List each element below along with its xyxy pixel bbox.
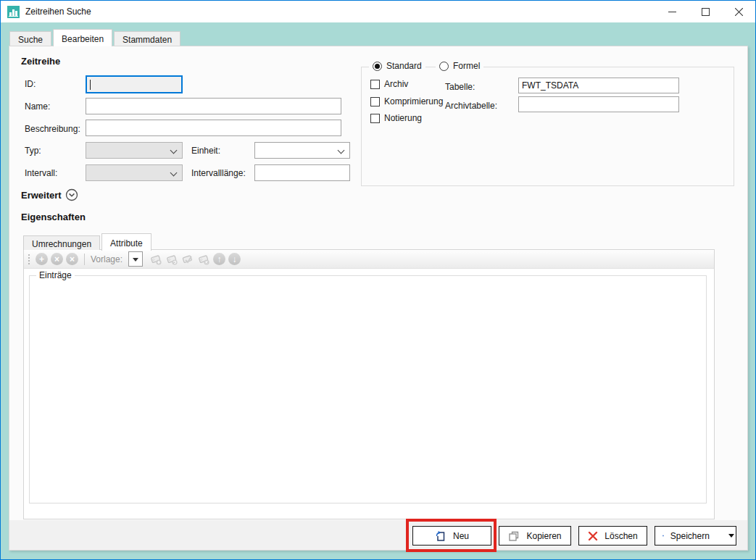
einheit-label: Einheit: <box>191 146 220 156</box>
chevron-down-icon <box>170 147 178 154</box>
beschreibung-label: Beschreibung: <box>25 124 80 134</box>
checkbox-archiv-icon <box>370 80 380 89</box>
minimize-button[interactable] <box>655 1 689 22</box>
speichern-button[interactable]: Speichern <box>655 526 736 546</box>
vorlage-apply-icon[interactable] <box>181 253 194 266</box>
vorlage-refresh-icon[interactable] <box>165 253 178 266</box>
maximize-icon <box>702 8 710 16</box>
window-title: Zeitreihen Suche <box>25 7 91 17</box>
id-input[interactable] <box>86 75 183 93</box>
eigenschaften-tab-strip: Umrechnungen Attribute <box>23 232 153 250</box>
arrow-down-icon: ↓ <box>233 255 237 264</box>
vorlage-add-icon[interactable] <box>149 253 162 266</box>
add-entry-button[interactable]: + <box>36 253 48 265</box>
id-label: ID: <box>25 79 36 89</box>
eigenschaften-section-title: Eigenschaften <box>21 212 86 222</box>
intervalllaenge-label: Intervalllänge: <box>191 168 246 178</box>
mode-groupbox: Standard Formel Archiv Komprimierung Not… <box>361 67 734 186</box>
main-tab-strip: Suche Bearbeiten Stammdaten <box>9 23 182 46</box>
neu-button[interactable]: Neu <box>412 526 491 546</box>
chevron-down-icon <box>133 258 138 262</box>
tab-bearbeiten[interactable]: Bearbeiten <box>53 29 112 46</box>
title-bar: Zeitreihen Suche <box>1 1 755 22</box>
checkbox-notierung-icon <box>370 114 380 123</box>
typ-dropdown[interactable] <box>86 142 183 159</box>
maximize-button[interactable] <box>689 1 722 22</box>
kopieren-button[interactable]: Kopieren <box>499 526 571 546</box>
eintraege-label: Einträge <box>36 270 75 280</box>
loeschen-button[interactable]: Löschen <box>578 526 647 546</box>
expand-chevron-icon[interactable] <box>65 188 78 201</box>
archivtabelle-label: Archivtabelle: <box>445 101 497 111</box>
vorlage-remove-icon[interactable] <box>197 253 210 266</box>
radio-standard-icon <box>373 62 382 71</box>
tabelle-input[interactable] <box>518 78 679 93</box>
radio-formel[interactable]: Formel <box>436 61 483 71</box>
close-button[interactable] <box>722 1 755 22</box>
checkbox-komprimierung-icon <box>370 97 380 106</box>
typ-label: Typ: <box>25 146 41 156</box>
zeitreihe-section-title: Zeitreihe <box>21 56 60 67</box>
name-input[interactable] <box>86 98 341 114</box>
zeitreihen-suche-window: Zeitreihen Suche Suche Bearbeiten Stammd… <box>0 0 756 560</box>
attribute-page: + × × Vorlage: ↑ ↓ <box>23 249 715 519</box>
attribute-page-body: Einträge <box>24 269 714 519</box>
arrow-up-icon: ↑ <box>217 255 222 264</box>
plus-icon: + <box>39 255 44 264</box>
toolbar-grip-handle[interactable] <box>28 254 31 265</box>
chevron-down-icon <box>170 170 178 177</box>
chevron-down-icon <box>338 147 345 154</box>
app-chart-icon <box>7 6 20 18</box>
eintraege-groupbox[interactable]: Einträge <box>29 275 707 503</box>
beschreibung-input[interactable] <box>86 120 341 136</box>
archivtabelle-input[interactable] <box>518 96 679 112</box>
intervall-dropdown[interactable] <box>86 164 183 181</box>
save-dropdown-arrow-icon[interactable] <box>728 534 734 538</box>
tab-umrechnungen[interactable]: Umrechnungen <box>23 235 100 250</box>
tab-stammdaten[interactable]: Stammdaten <box>114 31 180 46</box>
intervalllaenge-input[interactable] <box>254 164 350 181</box>
tabelle-label: Tabelle: <box>445 82 475 92</box>
new-page-icon <box>435 530 446 542</box>
vorlage-dropdown[interactable] <box>128 251 143 267</box>
remove-all-entries-button[interactable]: × <box>66 253 78 265</box>
move-up-button[interactable]: ↑ <box>213 253 225 265</box>
checkbox-notierung[interactable]: Notierung <box>370 113 422 123</box>
bearbeiten-panel: Zeitreihe ID: Name: Beschreibung: Typ: E… <box>9 46 748 551</box>
minimize-icon <box>668 8 676 16</box>
toolbar-separator <box>84 254 85 265</box>
erweitert-label: Erweitert <box>21 190 62 201</box>
checkbox-archiv[interactable]: Archiv <box>370 79 408 89</box>
tab-suche[interactable]: Suche <box>9 31 51 46</box>
tab-attribute[interactable]: Attribute <box>101 233 151 251</box>
remove-entry-button[interactable]: × <box>51 253 63 265</box>
cross-icon: × <box>54 255 59 264</box>
intervall-label: Intervall: <box>25 168 57 178</box>
text-caret <box>90 80 91 90</box>
checkbox-komprimierung[interactable]: Komprimierung <box>370 96 443 106</box>
radio-formel-icon <box>439 62 449 71</box>
vorlage-label: Vorlage: <box>91 254 122 264</box>
erweitert-expander[interactable]: Erweitert <box>21 188 78 201</box>
move-down-button[interactable]: ↓ <box>228 253 241 265</box>
name-label: Name: <box>25 101 50 112</box>
einheit-dropdown[interactable] <box>254 142 350 159</box>
radio-standard[interactable]: Standard <box>369 61 425 71</box>
delete-x-icon <box>588 531 598 541</box>
cross-icon: × <box>70 255 75 264</box>
close-icon <box>735 8 743 16</box>
save-floppy-icon <box>662 530 664 541</box>
attribute-toolbar: + × × Vorlage: ↑ ↓ <box>24 250 714 269</box>
copy-icon <box>508 530 520 542</box>
